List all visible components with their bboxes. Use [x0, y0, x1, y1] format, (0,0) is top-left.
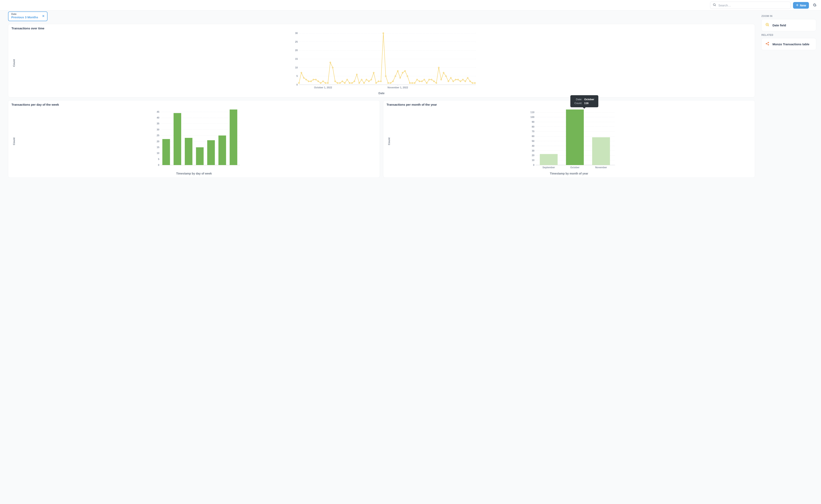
svg-line-157 [768, 25, 769, 26]
search-box[interactable] [710, 2, 791, 9]
svg-point-32 [330, 62, 331, 63]
new-button[interactable]: New [793, 2, 809, 9]
transactions-over-time-card: Transactions over time Count 05101520253… [8, 24, 755, 97]
svg-point-39 [347, 79, 348, 80]
sidebar-item-date-field[interactable]: Date field [761, 19, 816, 31]
svg-point-37 [342, 81, 343, 82]
svg-point-53 [380, 81, 381, 82]
svg-point-62 [402, 72, 403, 73]
svg-point-54 [383, 33, 384, 34]
svg-text:30: 30 [157, 128, 159, 131]
svg-point-92 [474, 83, 475, 84]
svg-point-19 [298, 83, 299, 84]
svg-point-0 [713, 4, 715, 6]
bar-chart-day[interactable]: 051015202530354045 [17, 107, 376, 170]
svg-text:60: 60 [532, 135, 535, 138]
new-button-label: New [800, 4, 806, 7]
svg-point-49 [371, 79, 372, 80]
x-axis-label: Timestamp by day of week [11, 172, 376, 175]
svg-point-84 [455, 79, 456, 80]
svg-point-90 [469, 81, 470, 82]
zoom-in-icon [765, 23, 770, 28]
svg-text:50: 50 [532, 140, 535, 143]
x-axis-label: Timestamp by month of year [387, 172, 752, 175]
svg-point-51 [376, 83, 377, 84]
svg-text:0: 0 [296, 83, 298, 86]
filter-clear-button[interactable]: ✕ [42, 14, 45, 18]
svg-text:October: October [570, 166, 579, 169]
svg-point-77 [438, 67, 439, 68]
date-filter-pill[interactable]: Date Previous 3 Months ✕ [8, 11, 48, 21]
svg-point-86 [460, 81, 461, 82]
svg-text:10: 10 [295, 66, 298, 69]
transactions-by-day-card: Transactions per day of the week Count 0… [8, 100, 380, 178]
search-input[interactable] [718, 4, 788, 7]
transactions-by-month-card: Transactions per month of the year Count… [383, 100, 755, 178]
svg-point-88 [465, 81, 466, 82]
svg-point-31 [327, 83, 328, 84]
svg-point-36 [339, 83, 340, 84]
svg-text:0: 0 [158, 164, 159, 166]
tooltip-date-value: October [583, 98, 595, 101]
svg-rect-154 [592, 137, 610, 165]
svg-text:10: 10 [157, 152, 159, 155]
svg-point-28 [320, 83, 321, 84]
svg-text:100: 100 [530, 116, 534, 119]
svg-point-58 [392, 81, 393, 82]
svg-text:80: 80 [532, 125, 535, 128]
settings-button[interactable] [811, 2, 818, 9]
svg-point-162 [768, 44, 769, 45]
line-chart[interactable]: 051015202530October 1, 2022November 1, 2… [17, 31, 752, 90]
svg-point-61 [400, 77, 401, 78]
svg-point-45 [361, 79, 362, 80]
sidebar-item-related-table[interactable]: Monzo Transactions table [761, 38, 816, 50]
card-title: Transactions per day of the week [11, 103, 376, 106]
svg-point-73 [429, 79, 430, 80]
svg-point-87 [462, 79, 463, 80]
svg-rect-122 [207, 140, 215, 165]
svg-text:70: 70 [532, 130, 535, 133]
x-axis-label: Date [11, 92, 752, 95]
bar-chart-month[interactable]: 0102030405060708090100110SeptemberOctobe… [392, 107, 752, 170]
svg-rect-120 [185, 138, 192, 165]
svg-point-56 [388, 83, 389, 84]
svg-rect-119 [174, 113, 181, 165]
tooltip-count-value: 116 [583, 101, 595, 105]
svg-text:5: 5 [158, 158, 159, 161]
svg-point-75 [433, 81, 434, 82]
svg-text:0: 0 [533, 164, 535, 166]
svg-point-21 [303, 77, 304, 78]
svg-point-65 [409, 83, 410, 84]
svg-text:110: 110 [530, 111, 534, 114]
svg-text:5: 5 [296, 75, 298, 77]
svg-point-29 [323, 81, 324, 82]
svg-point-22 [306, 79, 307, 80]
svg-text:90: 90 [532, 121, 535, 123]
tooltip-count-key: Count: [574, 101, 583, 105]
svg-point-47 [366, 79, 367, 80]
svg-point-78 [441, 79, 442, 80]
svg-point-38 [344, 83, 345, 84]
sidebar-section-related: RELATED [761, 34, 816, 36]
svg-point-33 [332, 67, 333, 68]
svg-point-46 [364, 83, 365, 84]
sidebar-item-label: Monzo Transactions table [772, 42, 809, 46]
svg-rect-123 [218, 135, 226, 165]
svg-point-72 [426, 83, 427, 84]
share-icon [765, 41, 770, 47]
svg-point-89 [467, 77, 468, 78]
svg-text:25: 25 [295, 40, 298, 43]
svg-point-161 [768, 42, 769, 43]
svg-point-66 [412, 83, 413, 84]
svg-rect-152 [566, 109, 584, 165]
svg-line-163 [767, 43, 768, 43]
svg-point-57 [390, 83, 391, 84]
svg-point-55 [385, 76, 386, 77]
plus-icon [796, 4, 799, 7]
svg-text:15: 15 [295, 58, 298, 60]
svg-point-60 [397, 70, 398, 71]
svg-point-76 [436, 83, 437, 84]
svg-text:30: 30 [532, 149, 535, 152]
svg-text:10: 10 [532, 159, 535, 162]
svg-point-59 [395, 76, 396, 77]
